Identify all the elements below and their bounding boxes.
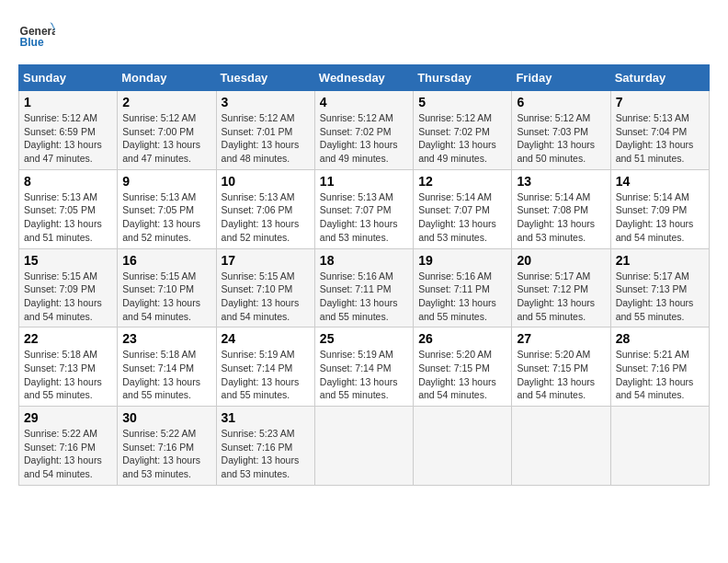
day-number: 21 — [616, 253, 704, 268]
day-info: Sunrise: 5:18 AMSunset: 7:13 PMDaylight:… — [24, 348, 112, 402]
calendar-cell: 28Sunrise: 5:21 AMSunset: 7:16 PMDayligh… — [610, 327, 709, 407]
day-info: Sunrise: 5:15 AMSunset: 7:10 PMDaylight:… — [222, 270, 310, 324]
day-info: Sunrise: 5:13 AMSunset: 7:04 PMDaylight:… — [616, 111, 704, 166]
calendar-cell: 21Sunrise: 5:17 AMSunset: 7:13 PMDayligh… — [610, 248, 709, 327]
calendar-cell: 6Sunrise: 5:12 AMSunset: 7:03 PMDaylight… — [512, 91, 610, 170]
calendar-cell — [610, 407, 709, 486]
day-info: Sunrise: 5:13 AMSunset: 7:06 PMDaylight:… — [222, 190, 310, 245]
day-number: 23 — [122, 331, 210, 346]
day-info: Sunrise: 5:13 AMSunset: 7:05 PMDaylight:… — [122, 190, 210, 245]
calendar-cell: 9Sunrise: 5:13 AMSunset: 7:05 PMDaylight… — [118, 169, 216, 248]
day-info: Sunrise: 5:17 AMSunset: 7:13 PMDaylight:… — [616, 270, 704, 324]
calendar-cell: 16Sunrise: 5:15 AMSunset: 7:10 PMDayligh… — [118, 248, 216, 327]
day-number: 22 — [24, 331, 112, 346]
day-number: 31 — [222, 410, 310, 425]
day-info: Sunrise: 5:16 AMSunset: 7:11 PMDaylight:… — [418, 270, 506, 324]
calendar-cell — [414, 407, 512, 486]
calendar-cell: 29Sunrise: 5:22 AMSunset: 7:16 PMDayligh… — [19, 407, 118, 486]
day-number: 20 — [517, 253, 605, 268]
calendar-cell: 24Sunrise: 5:19 AMSunset: 7:14 PMDayligh… — [216, 327, 314, 407]
day-info: Sunrise: 5:22 AMSunset: 7:16 PMDaylight:… — [122, 427, 210, 481]
day-number: 24 — [222, 331, 310, 346]
day-number: 30 — [122, 410, 210, 425]
day-info: Sunrise: 5:22 AMSunset: 7:16 PMDaylight:… — [24, 427, 112, 481]
week-row-5: 29Sunrise: 5:22 AMSunset: 7:16 PMDayligh… — [19, 407, 710, 486]
week-row-1: 1Sunrise: 5:12 AMSunset: 6:59 PMDaylight… — [19, 91, 710, 170]
week-row-4: 22Sunrise: 5:18 AMSunset: 7:13 PMDayligh… — [19, 327, 710, 407]
header-friday: Friday — [512, 65, 610, 91]
day-number: 5 — [418, 95, 506, 109]
calendar-cell: 17Sunrise: 5:15 AMSunset: 7:10 PMDayligh… — [216, 248, 314, 327]
week-row-2: 8Sunrise: 5:13 AMSunset: 7:05 PMDaylight… — [19, 169, 710, 248]
day-info: Sunrise: 5:12 AMSunset: 7:02 PMDaylight:… — [320, 111, 408, 166]
day-info: Sunrise: 5:13 AMSunset: 7:07 PMDaylight:… — [320, 190, 408, 245]
day-number: 14 — [616, 174, 704, 189]
svg-text:General: General — [20, 25, 55, 38]
day-number: 2 — [122, 95, 210, 109]
day-info: Sunrise: 5:19 AMSunset: 7:14 PMDaylight:… — [222, 348, 310, 402]
day-info: Sunrise: 5:21 AMSunset: 7:16 PMDaylight:… — [616, 348, 704, 402]
day-number: 26 — [418, 331, 506, 346]
calendar-cell: 20Sunrise: 5:17 AMSunset: 7:12 PMDayligh… — [512, 248, 610, 327]
calendar-cell: 25Sunrise: 5:19 AMSunset: 7:14 PMDayligh… — [314, 327, 413, 407]
calendar-cell: 11Sunrise: 5:13 AMSunset: 7:07 PMDayligh… — [314, 169, 413, 248]
day-number: 27 — [517, 331, 605, 346]
day-info: Sunrise: 5:12 AMSunset: 7:01 PMDaylight:… — [222, 111, 310, 166]
calendar-cell: 1Sunrise: 5:12 AMSunset: 6:59 PMDaylight… — [19, 91, 118, 170]
day-number: 25 — [320, 331, 408, 346]
calendar-body: 1Sunrise: 5:12 AMSunset: 6:59 PMDaylight… — [19, 91, 710, 486]
logo: General Blue — [18, 18, 55, 55]
day-info: Sunrise: 5:23 AMSunset: 7:16 PMDaylight:… — [222, 427, 310, 481]
day-number: 8 — [24, 174, 112, 189]
day-number: 7 — [616, 95, 704, 109]
day-number: 28 — [616, 331, 704, 346]
day-number: 13 — [517, 174, 605, 189]
day-info: Sunrise: 5:16 AMSunset: 7:11 PMDaylight:… — [320, 270, 408, 324]
calendar-cell: 30Sunrise: 5:22 AMSunset: 7:16 PMDayligh… — [118, 407, 216, 486]
day-info: Sunrise: 5:15 AMSunset: 7:09 PMDaylight:… — [24, 270, 112, 324]
day-number: 17 — [222, 253, 310, 268]
calendar-cell: 12Sunrise: 5:14 AMSunset: 7:07 PMDayligh… — [414, 169, 512, 248]
header-thursday: Thursday — [414, 65, 512, 91]
day-info: Sunrise: 5:14 AMSunset: 7:07 PMDaylight:… — [418, 190, 506, 245]
calendar-cell — [314, 407, 413, 486]
day-info: Sunrise: 5:17 AMSunset: 7:12 PMDaylight:… — [517, 270, 605, 324]
calendar-cell — [512, 407, 610, 486]
calendar-cell: 7Sunrise: 5:13 AMSunset: 7:04 PMDaylight… — [610, 91, 709, 170]
day-info: Sunrise: 5:12 AMSunset: 6:59 PMDaylight:… — [24, 111, 112, 166]
logo-svg: General Blue — [18, 18, 55, 55]
calendar-cell: 18Sunrise: 5:16 AMSunset: 7:11 PMDayligh… — [314, 248, 413, 327]
day-info: Sunrise: 5:14 AMSunset: 7:08 PMDaylight:… — [517, 190, 605, 245]
day-number: 6 — [517, 95, 605, 109]
header-monday: Monday — [118, 65, 216, 91]
calendar-cell: 13Sunrise: 5:14 AMSunset: 7:08 PMDayligh… — [512, 169, 610, 248]
day-number: 16 — [122, 253, 210, 268]
day-number: 18 — [320, 253, 408, 268]
header-saturday: Saturday — [610, 65, 709, 91]
header-wednesday: Wednesday — [314, 65, 413, 91]
day-info: Sunrise: 5:20 AMSunset: 7:15 PMDaylight:… — [418, 348, 506, 402]
day-info: Sunrise: 5:18 AMSunset: 7:14 PMDaylight:… — [122, 348, 210, 402]
header-sunday: Sunday — [19, 65, 118, 91]
calendar-cell: 26Sunrise: 5:20 AMSunset: 7:15 PMDayligh… — [414, 327, 512, 407]
calendar-cell: 23Sunrise: 5:18 AMSunset: 7:14 PMDayligh… — [118, 327, 216, 407]
day-number: 19 — [418, 253, 506, 268]
day-info: Sunrise: 5:20 AMSunset: 7:15 PMDaylight:… — [517, 348, 605, 402]
calendar-table: SundayMondayTuesdayWednesdayThursdayFrid… — [18, 64, 710, 486]
header-tuesday: Tuesday — [216, 65, 314, 91]
day-number: 9 — [122, 174, 210, 189]
calendar-cell: 19Sunrise: 5:16 AMSunset: 7:11 PMDayligh… — [414, 248, 512, 327]
day-info: Sunrise: 5:12 AMSunset: 7:03 PMDaylight:… — [517, 111, 605, 166]
calendar-cell: 31Sunrise: 5:23 AMSunset: 7:16 PMDayligh… — [216, 407, 314, 486]
calendar-cell: 14Sunrise: 5:14 AMSunset: 7:09 PMDayligh… — [610, 169, 709, 248]
svg-text:Blue: Blue — [20, 36, 44, 49]
calendar-cell: 10Sunrise: 5:13 AMSunset: 7:06 PMDayligh… — [216, 169, 314, 248]
day-info: Sunrise: 5:15 AMSunset: 7:10 PMDaylight:… — [122, 270, 210, 324]
day-info: Sunrise: 5:19 AMSunset: 7:14 PMDaylight:… — [320, 348, 408, 402]
calendar-cell: 8Sunrise: 5:13 AMSunset: 7:05 PMDaylight… — [19, 169, 118, 248]
day-number: 11 — [320, 174, 408, 189]
calendar-cell: 22Sunrise: 5:18 AMSunset: 7:13 PMDayligh… — [19, 327, 118, 407]
calendar-header: SundayMondayTuesdayWednesdayThursdayFrid… — [19, 65, 710, 91]
header-row: SundayMondayTuesdayWednesdayThursdayFrid… — [19, 65, 710, 91]
day-number: 3 — [222, 95, 310, 109]
